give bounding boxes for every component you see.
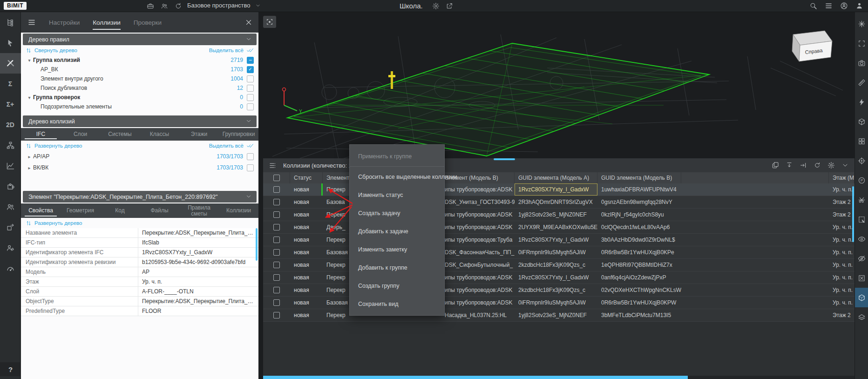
refresh-icon[interactable] <box>814 162 821 169</box>
tree-row[interactable]: ▸АР/АР1703/1703 <box>21 151 258 162</box>
panel-scrollbar-thumb[interactable] <box>256 228 258 261</box>
menu-list-icon[interactable] <box>825 2 833 10</box>
panel-tab-3[interactable]: Проверки <box>134 12 162 33</box>
property-row[interactable]: МодельАР <box>21 267 258 277</box>
context-menu-item[interactable]: Создать группу <box>350 277 444 295</box>
table-hscrollbar-thumb[interactable] <box>263 376 688 379</box>
table-vscrollbar-thumb[interactable] <box>852 186 854 242</box>
property-row[interactable]: PredefinedTypeFLOOR <box>21 306 258 316</box>
navigation-cube[interactable]: Справа <box>785 21 841 66</box>
property-row[interactable]: IFC-типIfcSlab <box>21 238 258 248</box>
tree-row[interactable]: Подозрительные элементы0 <box>21 102 258 111</box>
profile-icon[interactable] <box>855 2 863 10</box>
tree-row-checkbox[interactable] <box>247 57 254 64</box>
tab-4[interactable]: Файлы <box>140 203 179 218</box>
user-management-icon[interactable] <box>0 237 21 258</box>
expand-tree-button[interactable]: Развернуть дерево <box>26 143 82 149</box>
row-checkbox[interactable] <box>273 312 280 318</box>
import-icon[interactable] <box>786 162 793 169</box>
select-all-checkbox[interactable] <box>273 175 280 181</box>
context-menu-item[interactable]: Изменить статус <box>350 186 444 204</box>
focus-element-icon[interactable] <box>855 151 868 170</box>
tree-row[interactable]: Элемент внутри другого1004 <box>21 74 258 83</box>
select-all-button[interactable]: Выделить всё <box>209 142 254 149</box>
structure-icon[interactable] <box>0 135 21 156</box>
zoom-window-icon[interactable] <box>855 34 868 53</box>
transparency-ic[interactable] <box>855 288 868 307</box>
row-checkbox[interactable] <box>273 274 280 281</box>
clash-detection-icon[interactable] <box>0 53 21 74</box>
row-checkbox[interactable] <box>273 287 280 293</box>
tab-1[interactable]: IFC <box>21 128 61 141</box>
tab-1[interactable]: Свойства <box>21 203 61 218</box>
row-checkbox[interactable] <box>273 299 280 306</box>
context-menu-item[interactable]: Добавить к группе <box>350 258 444 277</box>
charts-icon[interactable] <box>0 156 21 176</box>
panel-resize-handle[interactable] <box>494 158 515 160</box>
section-box-icon[interactable] <box>855 112 868 131</box>
sum-icon[interactable]: Σ <box>0 74 21 94</box>
table-settings-gear-icon[interactable] <box>827 162 835 169</box>
layers-icon[interactable] <box>855 307 868 327</box>
table-menu-icon[interactable] <box>269 162 277 169</box>
projects-icon[interactable] <box>147 2 154 10</box>
help-icon[interactable]: ? <box>0 362 21 376</box>
property-row[interactable]: ObjectTypeПерекрытие:ADSK_Перекрытие_Пли… <box>21 297 258 306</box>
tree-row-checkbox[interactable] <box>247 85 254 92</box>
column-header-8[interactable]: Этаж (М <box>829 172 854 183</box>
collapse-tree-button[interactable]: Свернуть дерево <box>26 47 77 54</box>
property-row[interactable]: ЭтажУр. ч. п. <box>21 277 258 287</box>
column-header-1[interactable] <box>263 172 290 183</box>
share-icon[interactable] <box>446 2 453 10</box>
context-menu-item[interactable]: Сбросить все выделенные коллизии <box>350 168 444 186</box>
expander-icon[interactable]: ▾ <box>26 58 33 63</box>
collapse-panel-icon[interactable] <box>841 162 849 169</box>
tab-6[interactable]: Коллизии <box>219 203 258 218</box>
model-tree-icon[interactable] <box>0 12 21 33</box>
tab-5[interactable]: Правила сметы <box>179 203 219 218</box>
table-hscrollbar[interactable] <box>263 376 854 379</box>
column-header-2[interactable]: Статус <box>290 172 323 183</box>
property-row[interactable]: Идентификатор элемента ревизииb1205953-9… <box>21 257 258 267</box>
tree-row[interactable]: ▾Группа проверок0 <box>21 93 258 102</box>
section-plane-icon[interactable] <box>855 190 868 210</box>
select-icon[interactable] <box>0 33 21 53</box>
select-all-button[interactable]: Выделить всё <box>209 47 254 54</box>
column-header-5[interactable]: GUID элемента (Модель А) <box>515 172 597 183</box>
quick-actions-icon[interactable] <box>855 92 868 112</box>
tab-5[interactable]: Этажи <box>179 128 219 141</box>
measure-icon[interactable] <box>855 73 868 92</box>
row-checkbox[interactable] <box>273 249 280 256</box>
dashboard-icon[interactable] <box>0 258 21 278</box>
row-checkbox[interactable] <box>273 211 280 218</box>
row-checkbox[interactable] <box>273 224 280 230</box>
tab-3[interactable]: Системы <box>100 128 140 141</box>
tab-3[interactable]: Код <box>100 203 140 218</box>
2d-view-icon[interactable]: 2D <box>0 115 21 135</box>
fit-view-icon[interactable] <box>855 14 868 34</box>
context-menu-item[interactable]: Создать задачу <box>350 204 444 222</box>
property-row[interactable]: Идентификатор элемента IFC1RvzC80SX7Yxty… <box>21 248 258 257</box>
tree-row-checkbox[interactable] <box>247 153 254 160</box>
collision-tree-header[interactable]: Дерево коллизий <box>23 115 257 127</box>
tab-2[interactable]: Геометрия <box>61 203 100 218</box>
search-icon[interactable] <box>809 2 817 10</box>
tree-row[interactable]: АР_ВК1703 <box>21 65 258 74</box>
row-checkbox[interactable] <box>273 186 280 193</box>
column-header-7[interactable] <box>681 172 829 183</box>
sync-icon[interactable] <box>175 2 182 10</box>
screenshot-icon[interactable] <box>855 53 868 73</box>
tab-6[interactable]: Группировки <box>219 128 258 141</box>
panel-tab-2[interactable]: Коллизии <box>93 12 121 33</box>
tree-row[interactable]: Поиск дубликатов12 <box>21 83 258 93</box>
tab-2[interactable]: Слои <box>61 128 100 141</box>
row-checkbox[interactable] <box>273 262 280 268</box>
settings-gear-icon[interactable] <box>432 2 440 10</box>
panel-tab-1[interactable]: Настройки <box>49 12 80 33</box>
tree-row-checkbox[interactable] <box>247 75 254 82</box>
context-menu-item[interactable]: Добавить к задаче <box>350 222 444 240</box>
clear-selection-icon[interactable] <box>855 268 868 288</box>
tree-row-checkbox[interactable] <box>247 164 254 171</box>
expander-icon[interactable]: ▾ <box>26 95 33 100</box>
property-row[interactable]: СлойA-FLOR-____-OTLN <box>21 287 258 297</box>
